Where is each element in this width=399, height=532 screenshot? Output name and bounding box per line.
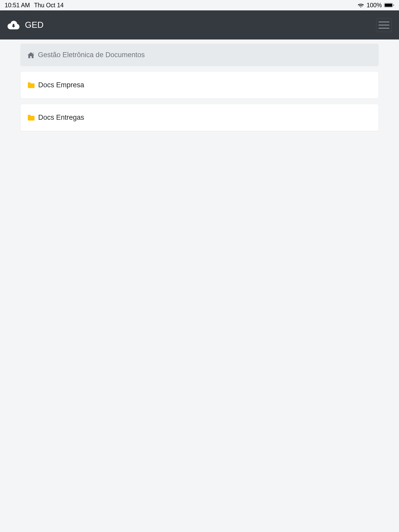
cloud-download-icon (7, 20, 20, 30)
folder-item[interactable]: Docs Empresa (20, 71, 379, 99)
folder-name: Docs Empresa (38, 81, 84, 89)
app-title: GED (25, 20, 44, 30)
hamburger-icon (378, 28, 389, 29)
breadcrumb-title: Gestão Eletrônica de Documentos (38, 51, 145, 59)
status-left: 10:51 AM Thu Oct 14 (5, 2, 64, 9)
main-content: Gestão Eletrônica de Documentos Docs Emp… (0, 39, 399, 135)
navbar: GED (0, 10, 399, 39)
home-icon (27, 52, 35, 58)
svg-rect-2 (393, 4, 394, 6)
battery-icon (384, 3, 394, 8)
wifi-icon (357, 2, 364, 8)
folder-icon (27, 82, 35, 88)
folder-item[interactable]: Docs Entregas (20, 104, 379, 131)
status-battery: 100% (367, 2, 382, 9)
folder-icon (27, 115, 35, 121)
status-time: 10:51 AM (5, 2, 30, 9)
menu-button[interactable] (376, 18, 392, 32)
status-bar: 10:51 AM Thu Oct 14 100% (0, 0, 399, 10)
status-right: 100% (357, 2, 394, 9)
hamburger-icon (378, 25, 389, 25)
svg-rect-1 (385, 4, 392, 7)
status-date: Thu Oct 14 (34, 2, 64, 9)
navbar-brand[interactable]: GED (7, 20, 44, 30)
hamburger-icon (378, 22, 389, 22)
breadcrumb[interactable]: Gestão Eletrônica de Documentos (20, 44, 379, 66)
folder-name: Docs Entregas (38, 114, 84, 122)
